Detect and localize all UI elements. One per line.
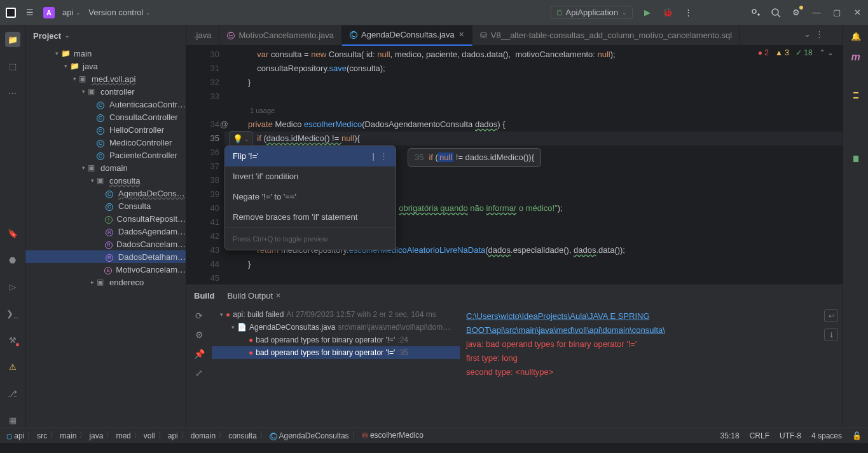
build-tab[interactable]: Build bbox=[194, 291, 215, 301]
tree-item[interactable]: ▾📁java bbox=[25, 60, 186, 72]
code-with-me-icon[interactable] bbox=[750, 7, 761, 18]
code-line[interactable]: private Medico escolherMedico(DadosAgend… bbox=[224, 118, 843, 132]
bookmarks-tool-icon[interactable]: 🔖 bbox=[5, 226, 20, 241]
code-line[interactable]: if (dados.idMedico() != null){💡⌄Flip '!=… bbox=[224, 132, 843, 145]
run-tool-icon[interactable]: ▷ bbox=[5, 279, 20, 294]
project-dropdown[interactable]: api ⌄ bbox=[62, 8, 81, 17]
encoding[interactable]: UTF-8 bbox=[780, 431, 801, 440]
maven-icon[interactable]: m bbox=[851, 51, 860, 63]
structure-tool-icon[interactable]: ⬚ bbox=[5, 58, 20, 74]
maximize-icon[interactable]: ▢ bbox=[831, 7, 843, 18]
mark-ok[interactable] bbox=[853, 156, 858, 162]
tree-item[interactable]: CAutenticacaoContr… bbox=[25, 98, 186, 111]
tree-item[interactable]: CConsultaController bbox=[25, 111, 186, 123]
git-tool-icon[interactable]: ⎇ bbox=[5, 386, 20, 401]
breadcrumb-item[interactable]: consulta bbox=[228, 431, 257, 440]
close-icon[interactable]: ✕ bbox=[275, 292, 281, 300]
more-icon[interactable]: ⋮ bbox=[380, 149, 388, 163]
code-line[interactable] bbox=[224, 271, 843, 285]
code-line[interactable]: 1 usage bbox=[224, 104, 843, 118]
project-panel-header[interactable]: Project⌄ bbox=[25, 25, 186, 46]
code-body[interactable]: var consulta = new Consulta( id: null, m… bbox=[224, 46, 843, 285]
build-output[interactable]: C:\Users\wicto\IdeaProjects\Aula\JAVA E … bbox=[460, 306, 820, 428]
intention-item[interactable]: Remove braces from 'if' statement bbox=[225, 207, 396, 227]
breadcrumb-item[interactable]: api bbox=[168, 431, 178, 440]
tree-item[interactable]: CMedicoController bbox=[25, 136, 186, 149]
filter-icon[interactable]: ⚙ bbox=[195, 330, 203, 340]
code-line[interactable]: consultaRepository.save(consulta); bbox=[224, 62, 843, 76]
build-tree-item[interactable]: ▾📄AgendaDeConsultas.java src\main\java\m… bbox=[212, 321, 460, 334]
tree-item[interactable]: RDadosCancelam… bbox=[25, 238, 186, 250]
vcs-dropdown[interactable]: Version control ⌄ bbox=[88, 8, 151, 17]
code-line[interactable]: } bbox=[224, 76, 843, 90]
db-tool-icon[interactable]: ▦ bbox=[5, 412, 20, 428]
build-output-tab[interactable]: Build Output ✕ bbox=[228, 291, 282, 301]
run-config-selector[interactable]: ▢ApiApplication⌄ bbox=[551, 6, 633, 19]
run-icon[interactable]: ▶ bbox=[642, 7, 653, 18]
build-tree-item[interactable]: ●bad operand types for binary operator '… bbox=[212, 346, 460, 359]
settings-icon[interactable]: ⚙ bbox=[790, 7, 802, 18]
tree-item[interactable]: CHelloController bbox=[25, 123, 186, 136]
line-ending[interactable]: CRLF bbox=[750, 431, 769, 440]
editor-tab[interactable]: CAgendaDeConsultas.java✕ bbox=[342, 25, 472, 46]
intention-item[interactable]: Invert 'if' condition bbox=[225, 166, 396, 187]
tree-item[interactable]: CConsulta bbox=[25, 199, 186, 212]
code-line[interactable] bbox=[224, 90, 843, 104]
search-icon[interactable] bbox=[770, 7, 782, 18]
problems-tool-icon[interactable]: ⚠ bbox=[5, 359, 20, 374]
scroll-end-icon[interactable]: ⤓ bbox=[824, 328, 838, 341]
terminal-tool-icon[interactable]: ❯_ bbox=[5, 306, 20, 321]
tree-item[interactable]: IConsultaReposit… bbox=[25, 212, 186, 225]
build-tree-item[interactable]: ●bad operand types for binary operator '… bbox=[212, 334, 460, 346]
breadcrumb-item[interactable]: java bbox=[89, 431, 103, 440]
editor-tab[interactable]: EMotivoCancelamento.java bbox=[219, 25, 342, 46]
debug-icon[interactable]: 🐞 bbox=[662, 7, 673, 18]
breadcrumb-item[interactable]: voll bbox=[144, 431, 155, 440]
breadcrumb-item[interactable]: main bbox=[60, 431, 76, 440]
minimize-icon[interactable]: — bbox=[811, 7, 822, 18]
code-line[interactable]: var consulta = new Consulta( id: null, m… bbox=[224, 48, 843, 62]
tree-item[interactable]: EMotivoCancelam… bbox=[25, 263, 186, 276]
readonly-icon[interactable]: 🔓 bbox=[852, 431, 862, 440]
services-tool-icon[interactable]: ⬣ bbox=[5, 252, 20, 267]
build-tree-item[interactable]: ▾●api: build failed At 27/09/2023 12:57 … bbox=[212, 308, 460, 321]
gutter[interactable]: 30313233343536373839404142434445 bbox=[186, 46, 224, 285]
breadcrumb[interactable]: ▢ api〉src〉main〉java〉med〉voll〉api〉domain〉… bbox=[6, 430, 424, 441]
tab-options-icon[interactable]: ⋮ bbox=[815, 29, 823, 39]
rerun-icon[interactable]: ⟳ bbox=[195, 311, 203, 321]
tree-item[interactable]: ▾▣controller bbox=[25, 85, 186, 98]
caret-position[interactable]: 35:18 bbox=[720, 431, 740, 440]
expand-icon[interactable]: ⤢ bbox=[195, 368, 203, 378]
tree-item[interactable]: ▾📁main bbox=[25, 47, 186, 60]
tree-item[interactable]: ▾▣med.voll.api bbox=[25, 72, 186, 85]
breadcrumb-item[interactable]: ⓜ escolherMedico bbox=[362, 431, 424, 440]
breadcrumb-item[interactable]: src bbox=[37, 431, 47, 440]
editor-tab[interactable]: .java bbox=[186, 25, 219, 46]
code-line[interactable]: } bbox=[224, 257, 843, 271]
tree-item[interactable]: ▾▣domain bbox=[25, 161, 186, 174]
tree-item[interactable]: CAgendaDeCons… bbox=[25, 187, 186, 199]
mark-warn[interactable] bbox=[853, 92, 858, 93]
breadcrumb-item[interactable]: ▢ api bbox=[6, 431, 24, 440]
output-path[interactable]: C:\Users\wicto\IdeaProjects\Aula\JAVA E … bbox=[466, 309, 813, 337]
tab-list-icon[interactable]: ⌄ bbox=[804, 29, 811, 39]
hamburger-icon[interactable]: ☰ bbox=[24, 7, 36, 18]
error-stripe[interactable] bbox=[853, 79, 858, 428]
breadcrumb-item[interactable]: med bbox=[116, 431, 130, 440]
pin-icon[interactable]: 📌 bbox=[194, 349, 205, 359]
soft-wrap-icon[interactable]: ↩ bbox=[824, 309, 838, 322]
editor-tab[interactable]: ⛁V8__alter-table-consultas_add_column_mo… bbox=[472, 25, 740, 46]
tree-item[interactable]: RDadosAgendam… bbox=[25, 225, 186, 238]
tree-item[interactable]: CPacienteController bbox=[25, 149, 186, 161]
project-tree[interactable]: ▾📁main▾📁java▾▣med.voll.api▾▣controllerCA… bbox=[25, 46, 186, 428]
tree-item[interactable]: ▸▣endereco bbox=[25, 276, 186, 288]
more-tool-icon[interactable]: ⋯ bbox=[5, 85, 20, 100]
close-icon[interactable]: ✕ bbox=[458, 30, 464, 39]
build-tree[interactable]: ▾●api: build failed At 27/09/2023 12:57 … bbox=[212, 306, 460, 428]
indent[interactable]: 4 spaces bbox=[811, 431, 842, 440]
close-icon[interactable]: ✕ bbox=[851, 7, 863, 18]
intention-item[interactable]: Flip '!='|⋮ bbox=[225, 146, 396, 166]
tree-item[interactable]: ▾▣consulta bbox=[25, 174, 186, 187]
intention-item[interactable]: Negate '!=' to '==' bbox=[225, 187, 396, 207]
project-tool-icon[interactable]: 📁 bbox=[5, 32, 20, 47]
